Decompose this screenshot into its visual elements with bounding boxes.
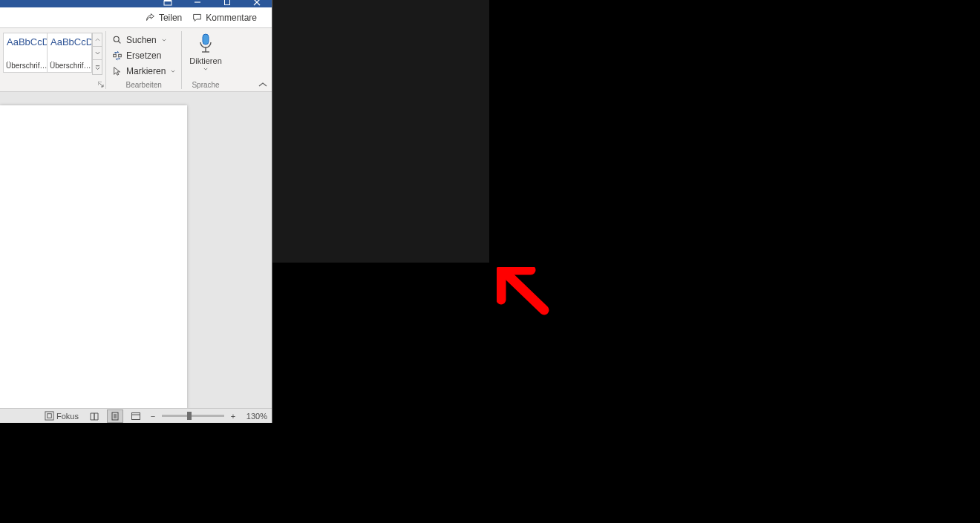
comments-button[interactable]: Kommentare	[188, 10, 261, 26]
dictate-button[interactable]: Diktieren	[189, 33, 221, 71]
svg-point-7	[114, 36, 119, 42]
web-layout-button[interactable]	[128, 409, 144, 423]
select-button[interactable]: Markieren	[109, 64, 178, 79]
zoom-track[interactable]	[162, 415, 224, 417]
print-layout-icon	[110, 411, 120, 421]
print-layout-button[interactable]	[107, 409, 123, 423]
styles-group: AaBbCcD Überschrif… AaBbCcD Überschrif…	[0, 28, 105, 91]
style-sample: AaBbCcD	[4, 33, 47, 47]
svg-line-8	[118, 41, 120, 43]
window-controls	[153, 0, 272, 6]
read-mode-icon	[89, 411, 99, 421]
chevron-down-icon	[95, 50, 100, 56]
style-sample: AaBbCcD	[48, 33, 91, 47]
voice-group-label: Sprache	[182, 79, 229, 91]
microphone-icon	[197, 33, 215, 55]
chevron-up-icon	[95, 37, 100, 42]
ribbon: AaBbCcD Überschrif… AaBbCcD Überschrif…	[0, 28, 272, 92]
style-name: Überschrif…	[4, 62, 47, 72]
svg-rect-1	[164, 0, 172, 1]
status-bar: Fokus − + 130%	[0, 408, 272, 423]
styles-group-label	[0, 79, 105, 91]
style-tile-heading2[interactable]: AaBbCcD Überschrif…	[48, 33, 92, 73]
svg-rect-15	[48, 414, 52, 418]
web-layout-icon	[131, 411, 141, 421]
zoom-out-button[interactable]: −	[148, 412, 157, 421]
red-arrow-annotation	[497, 267, 552, 316]
styles-dialog-launcher[interactable]	[98, 79, 104, 90]
replace-button[interactable]: Ersetzen	[109, 48, 178, 63]
voice-group: Diktieren Sprache	[182, 28, 229, 91]
styles-gallery-down[interactable]	[93, 47, 102, 60]
zoom-slider: − +	[148, 412, 238, 421]
share-icon	[146, 13, 155, 22]
select-label: Markieren	[126, 66, 166, 76]
dialog-launcher-icon	[98, 82, 104, 88]
style-name: Überschrif…	[48, 62, 91, 72]
collapse-ribbon-button[interactable]	[258, 79, 267, 90]
secondary-dark-panel	[272, 0, 489, 263]
document-area[interactable]	[0, 92, 272, 408]
focus-icon	[45, 411, 54, 421]
minimize-button[interactable]	[183, 0, 212, 6]
focus-mode-button[interactable]: Fokus	[42, 409, 82, 423]
dictate-label: Diktieren	[189, 56, 221, 65]
svg-rect-20	[132, 412, 140, 419]
svg-rect-14	[45, 412, 53, 420]
styles-gallery-more[interactable]	[93, 60, 102, 74]
titlebar	[0, 0, 272, 7]
more-line-icon	[95, 65, 100, 70]
comments-icon	[192, 13, 202, 22]
svg-rect-9	[114, 54, 117, 57]
word-window: Teilen Kommentare AaBbCcD Überschrif… Aa…	[0, 0, 272, 423]
read-mode-button[interactable]	[86, 409, 102, 423]
zoom-level-label[interactable]: 130%	[242, 412, 267, 421]
styles-gallery-spinner	[92, 33, 102, 75]
close-button[interactable]	[242, 0, 272, 6]
zoom-in-button[interactable]: +	[229, 412, 238, 421]
find-label: Suchen	[126, 35, 157, 45]
svg-rect-3	[225, 0, 230, 5]
style-tile-heading1[interactable]: AaBbCcD Überschrif…	[3, 33, 48, 73]
chevron-down-icon	[162, 38, 166, 42]
replace-label: Ersetzen	[126, 50, 161, 61]
replace-icon	[112, 50, 122, 61]
cursor-icon	[112, 66, 122, 76]
document-page[interactable]	[0, 105, 187, 408]
maximize-button[interactable]	[212, 0, 242, 6]
search-icon	[112, 35, 122, 45]
zoom-thumb[interactable]	[187, 412, 192, 420]
comments-label: Kommentare	[206, 13, 257, 23]
top-actions-row: Teilen Kommentare	[0, 7, 272, 28]
focus-label: Fokus	[56, 412, 79, 421]
share-button[interactable]: Teilen	[141, 10, 186, 26]
chevron-down-icon	[203, 67, 209, 71]
svg-rect-11	[203, 34, 209, 45]
styles-gallery-up[interactable]	[93, 33, 102, 47]
chevron-up-icon	[258, 82, 267, 88]
chevron-down-icon	[171, 69, 175, 73]
find-button[interactable]: Suchen	[109, 33, 178, 47]
editing-group-label: Bearbeiten	[106, 79, 181, 91]
ribbon-display-button[interactable]	[153, 0, 183, 6]
share-label: Teilen	[159, 13, 182, 23]
svg-rect-10	[119, 54, 122, 57]
editing-group: Suchen Ersetzen Markieren Bearbeiten	[106, 28, 181, 91]
